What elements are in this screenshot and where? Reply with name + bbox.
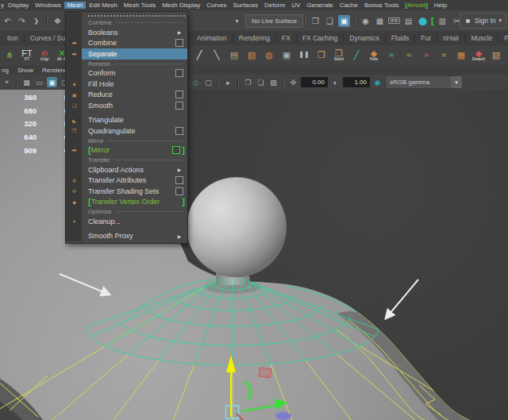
wireframe-icon[interactable]: ◇: [190, 77, 201, 87]
bridge-icon[interactable]: ❚❚: [296, 46, 312, 64]
panel-menu-lighting[interactable]: ng: [2, 67, 9, 74]
hole-icon[interactable]: ◆Hole: [366, 46, 382, 64]
shelf-tab-fluids[interactable]: Fluids: [386, 34, 416, 42]
menu-item-smooth-proxy[interactable]: Smooth Proxy▶: [66, 231, 187, 242]
panel-menu-show[interactable]: Show: [17, 67, 33, 74]
menu-item-right[interactable]: [174, 187, 185, 195]
option-box[interactable]: [175, 39, 183, 47]
ipr-render-icon[interactable]: IPR: [388, 17, 399, 24]
currency-icon[interactable]: ▤: [226, 46, 242, 64]
menu-item-transfer-shading-sets[interactable]: ✣Transfer Shading Sets: [66, 186, 187, 197]
shelf-tab-dynamics[interactable]: Dynamics: [344, 34, 385, 42]
no-live-surface-button[interactable]: No Live Surface: [245, 14, 303, 28]
option-box[interactable]: [175, 91, 183, 98]
sign-in-button[interactable]: ☻ Sign In ▾: [460, 13, 506, 29]
shelf-tab-fx[interactable]: FX: [276, 34, 297, 42]
grid-icon[interactable]: ▦: [21, 77, 32, 87]
isolate-select-icon[interactable]: ❐: [243, 77, 253, 87]
sphere[interactable]: [187, 177, 287, 277]
menu-item-booleans[interactable]: Booleans▶: [66, 27, 187, 38]
menu-item-smooth[interactable]: ❏Smooth: [66, 100, 187, 111]
shelf-tab-fur[interactable]: Fur: [415, 34, 437, 42]
menubar-item-edit-mesh[interactable]: Edit Mesh: [86, 2, 121, 9]
menu-item-conform[interactable]: Conform: [66, 68, 187, 79]
quick-wand-icon[interactable]: ╱: [348, 46, 364, 64]
menubar-item-deform[interactable]: Deform: [261, 2, 288, 9]
gamma-field[interactable]: 1.00: [343, 77, 370, 87]
menubar-item-uv[interactable]: UV: [288, 2, 303, 9]
knife-icon[interactable]: ╲: [209, 46, 225, 64]
exposure-field[interactable]: 0.00: [301, 77, 328, 87]
duplicate-cubes-icon[interactable]: ❒: [314, 46, 329, 64]
menu-item-triangulate[interactable]: ◣Triangulate: [66, 115, 187, 126]
extra-tool-icon[interactable]: ▧: [488, 46, 504, 64]
image-plane-icon[interactable]: ▨: [268, 77, 279, 87]
layers-teal-icon[interactable]: ≈: [383, 46, 399, 64]
selected-face[interactable]: [259, 368, 271, 378]
shaded-icon[interactable]: ▢: [203, 77, 214, 87]
option-box[interactable]: [175, 69, 183, 77]
menubar-item-help[interactable]: Help: [431, 2, 450, 9]
select-tool-icon[interactable]: ✥: [52, 15, 64, 27]
menubar-item-bonus-tools[interactable]: Bonus Tools: [361, 2, 402, 9]
menu-item-right[interactable]: [174, 102, 185, 110]
menu-item-cleanup[interactable]: ✦Cleanup...: [66, 216, 187, 227]
exposure-icon[interactable]: ✣: [288, 77, 298, 87]
grid-snap-icon[interactable]: ▦: [453, 46, 469, 64]
shelf-tab-tion[interactable]: tion: [2, 34, 25, 42]
color-management-icon[interactable]: ◉: [372, 77, 383, 87]
select-camera-icon[interactable]: ▸: [223, 77, 233, 87]
menu-item-right[interactable]: [174, 91, 185, 98]
menu-item-combine[interactable]: ●●Combine: [66, 38, 187, 49]
branch-tool-icon[interactable]: ⋔: [2, 46, 17, 64]
resolution-gate-icon[interactable]: ▣: [47, 77, 57, 87]
selection-highlight-icon[interactable]: ▣: [338, 15, 350, 27]
shelf-tab-nhair[interactable]: nHair: [437, 34, 465, 42]
menubar-item-surfaces[interactable]: Surfaces: [230, 2, 262, 9]
option-box[interactable]: [175, 127, 183, 135]
menu-item-right[interactable]: [174, 39, 185, 47]
menubar-item-generate[interactable]: Generate: [303, 2, 336, 9]
poly-box-icon[interactable]: ▧: [244, 46, 260, 64]
contrast-icon[interactable]: ◐: [330, 77, 341, 87]
ft-badge-icon[interactable]: FTFT: [19, 46, 35, 64]
menubar-item-arnold[interactable]: [Arnold]: [402, 2, 430, 9]
ungroup-tool-icon[interactable]: ⊖Ungr: [37, 46, 52, 64]
menu-item-mirror[interactable]: ●●[Mirror]: [66, 145, 187, 156]
layers-green-icon[interactable]: ≈: [401, 46, 417, 64]
shelf-tab-muscle[interactable]: Muscle: [465, 34, 498, 42]
menu-item-right[interactable]: [174, 69, 185, 77]
menu-item-transfer-vertex-order[interactable]: ◆[Transfer Vertex Order]: [66, 197, 187, 208]
menubar-item-cache[interactable]: Cache: [337, 2, 361, 9]
menu-item-clipboard-actions[interactable]: Clipboard Actions▶: [66, 164, 187, 175]
redo-icon[interactable]: ↷: [16, 15, 28, 27]
menubar-item-curves[interactable]: Curves: [203, 2, 229, 9]
film-gate-icon[interactable]: ▭: [34, 77, 44, 87]
option-box[interactable]: [172, 146, 180, 154]
menu-item-fill-hole[interactable]: ◈Fill Hole: [66, 79, 187, 90]
menu-tearoff[interactable]: [66, 12, 187, 18]
live-surface-caret-icon[interactable]: ▾: [231, 15, 243, 27]
menu-item-reduce[interactable]: ▣Reduce: [66, 90, 187, 101]
xray-icon[interactable]: ❏: [256, 77, 266, 87]
shelf-tab-rendering[interactable]: Rendering: [233, 34, 276, 42]
menu-item-quadrangulate[interactable]: ❒Quadrangulate: [66, 125, 187, 137]
menu-item-transfer-attributes[interactable]: ✣Transfer Attributes: [66, 175, 187, 187]
colorspace-dropdown[interactable]: sRGB gamma ▾: [385, 75, 463, 89]
detach-icon[interactable]: ◆Detach: [471, 46, 487, 64]
save-scene-icon[interactable]: ❑: [324, 15, 336, 27]
tearoff-handle[interactable]: [88, 15, 185, 17]
undo-icon[interactable]: ↶: [2, 15, 13, 27]
menubar-item-display[interactable]: Display: [5, 2, 32, 9]
open-scene-icon[interactable]: ❐: [310, 15, 321, 27]
option-box[interactable]: [175, 176, 183, 184]
render-region-icon[interactable]: ▥: [437, 15, 448, 27]
render-sphere-icon[interactable]: ⬤: [417, 15, 429, 27]
pin-layers-icon[interactable]: ≈: [418, 46, 434, 64]
shelf-tab-animation[interactable]: Animation: [191, 34, 233, 42]
option-box[interactable]: [175, 187, 183, 195]
render-settings-icon[interactable]: ▤: [402, 15, 414, 27]
border-select-icon[interactable]: ▣: [279, 46, 294, 64]
menu-item-right[interactable]: [171, 146, 182, 154]
shelf-tab-p[interactable]: P: [498, 34, 508, 42]
